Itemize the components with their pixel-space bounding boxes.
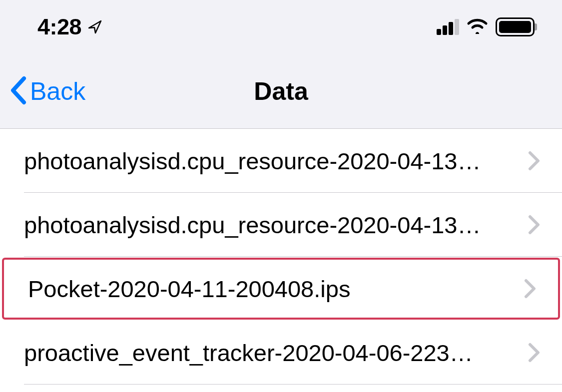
- list-item[interactable]: Pocket-2020-04-11-200408.ips: [2, 258, 560, 320]
- list-item-label: photoanalysisd.cpu_resource-2020-04-13…: [24, 147, 528, 175]
- status-left: 4:28: [37, 14, 102, 40]
- status-bar: 4:28: [0, 0, 562, 54]
- cellular-signal-icon: [437, 19, 459, 35]
- status-time: 4:28: [37, 14, 81, 40]
- chevron-right-icon: [528, 151, 541, 171]
- chevron-right-icon: [528, 343, 541, 363]
- list-item[interactable]: photoanalysisd.cpu_resource-2020-04-13…: [0, 193, 562, 257]
- list-item[interactable]: proactive_event_tracker-2020-04-06-223…: [0, 321, 562, 385]
- chevron-left-icon: [9, 75, 28, 107]
- list-item-label: Pocket-2020-04-11-200408.ips: [28, 275, 524, 303]
- chevron-right-icon: [528, 215, 541, 235]
- location-icon: [87, 19, 102, 34]
- battery-icon: [496, 17, 535, 36]
- wifi-icon: [466, 18, 489, 36]
- list-item-label: photoanalysisd.cpu_resource-2020-04-13…: [24, 211, 528, 239]
- chevron-right-icon: [524, 279, 537, 299]
- page-title: Data: [254, 77, 308, 106]
- back-label: Back: [30, 77, 85, 106]
- nav-bar: Back Data: [0, 54, 562, 129]
- list-item-label: proactive_event_tracker-2020-04-06-223…: [24, 339, 528, 367]
- status-right: [437, 17, 535, 36]
- data-list: photoanalysisd.cpu_resource-2020-04-13…p…: [0, 129, 562, 385]
- back-button[interactable]: Back: [9, 75, 85, 107]
- list-item[interactable]: photoanalysisd.cpu_resource-2020-04-13…: [0, 129, 562, 193]
